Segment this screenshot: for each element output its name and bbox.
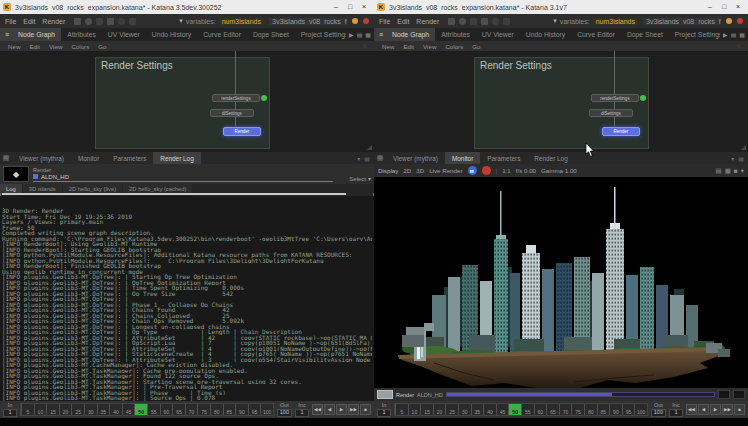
timeline-tick-50[interactable]: 50 [508, 404, 521, 415]
hamburger-icon[interactable]: ≡ [0, 28, 12, 41]
pin-icon[interactable]: ▾ [357, 155, 360, 162]
view-3d-button[interactable]: 3D [416, 167, 424, 174]
menu-edit[interactable]: Edit [23, 18, 35, 25]
panel-tab-monitor[interactable]: Monitor [71, 152, 106, 164]
view-flag-led[interactable] [640, 95, 646, 101]
zoom-level[interactable]: 1:1 [502, 167, 511, 174]
session-file-field[interactable]: 3v3islands_v08_rocks_fil [269, 18, 347, 25]
render-pass-dropdown[interactable]: ALDN_HD [33, 174, 333, 182]
timeline-ruler[interactable]: 5101520253035404550556065707580859095100 [20, 403, 274, 416]
timeline-tick-60[interactable]: 60 [160, 404, 173, 415]
tab-undo-history[interactable]: Undo History [520, 28, 571, 41]
maximize-button[interactable]: □ [717, 1, 731, 13]
gear-icon[interactable] [85, 18, 92, 25]
panel-tab-render-log[interactable]: Render Log [153, 152, 200, 164]
timeline-tick-55[interactable]: 55 [147, 404, 160, 415]
panel-tab-monitor[interactable]: Monitor [445, 152, 480, 164]
hamburger-icon[interactable]: ≡ [374, 28, 386, 41]
node-rendersettings[interactable]: renderSettings [591, 94, 639, 102]
panel-split-icon[interactable]: ▤ [357, 31, 363, 38]
panel-tab-viewer-mythra[interactable]: Viewer (mythra) [12, 152, 71, 164]
select-tool-icon[interactable] [448, 18, 455, 25]
minimize-button[interactable]: – [703, 1, 717, 13]
tab-uv-viewer[interactable]: UV Viewer [476, 28, 520, 41]
timeline-tick-25[interactable]: 25 [71, 404, 84, 415]
search-icon[interactable]: ○ [736, 43, 740, 49]
render-icon[interactable] [492, 18, 499, 25]
monitor-menu-icon[interactable]: ▾ [741, 167, 744, 175]
step-forward-button[interactable]: ▶▶ [722, 404, 733, 415]
tab-dope-sheet[interactable]: Dope Sheet [621, 28, 669, 41]
catalog-thumbnail[interactable] [377, 390, 393, 399]
panel-menu-icon[interactable]: ▦ [365, 31, 371, 38]
timeline-tick-35[interactable]: 35 [471, 404, 484, 415]
live-render-button[interactable]: Live Render [429, 167, 462, 174]
timeline-tick-75[interactable]: 75 [197, 404, 210, 415]
inc-field[interactable]: 1 [669, 409, 683, 417]
timeline-tick-100[interactable]: 100 [634, 404, 647, 415]
title-bar[interactable]: K 3v3islands_v08_rocks_expansion.katana*… [0, 0, 374, 14]
timeline-tick-75[interactable]: 75 [571, 404, 584, 415]
catalog-item-name[interactable]: Render [396, 392, 414, 398]
search-tool-icon[interactable] [470, 18, 477, 25]
tab-curve-editor[interactable]: Curve Editor [197, 28, 247, 41]
timeline-tick-10[interactable]: 10 [408, 404, 421, 415]
canvas-resize-grip[interactable] [741, 145, 746, 150]
stop-render-icon[interactable] [482, 166, 491, 175]
timeline-tick-80[interactable]: 80 [584, 404, 597, 415]
view-flag-led[interactable] [261, 95, 267, 101]
timeline-tick-40[interactable]: 40 [483, 404, 496, 415]
title-bar[interactable]: K 3v3islands_v08_rocks_expansion.katana*… [374, 0, 748, 14]
nodegraph-canvas[interactable]: Render Settings renderSettings dlSetting… [374, 51, 748, 152]
tab-uv-viewer[interactable]: UV Viewer [102, 28, 146, 41]
stop-button[interactable]: ■ [360, 404, 371, 415]
minimize-button[interactable]: – [329, 1, 343, 13]
in-field[interactable]: 1 [377, 409, 391, 417]
timeline-tick-60[interactable]: 60 [534, 404, 547, 415]
session-file-field[interactable]: 3v3islands_v08_rocks_fil [643, 18, 721, 25]
render-thumbnail[interactable]: ◆ [3, 166, 29, 182]
panel-tab-parameters[interactable]: Parameters [480, 152, 527, 164]
close-button[interactable]: × [357, 1, 371, 13]
panel-tab-parameters[interactable]: Parameters [106, 152, 153, 164]
display-menu[interactable]: Display [378, 167, 398, 174]
menu-file[interactable]: File [379, 18, 390, 25]
tab-dope-sheet[interactable]: Dope Sheet [247, 28, 295, 41]
timeline-tick-55[interactable]: 55 [521, 404, 534, 415]
stop-button[interactable]: ■ [734, 404, 745, 415]
timeline-tick-100[interactable]: 100 [260, 404, 273, 415]
variables-value-dropdown[interactable]: num3islands [219, 18, 264, 25]
pin-icon[interactable]: ▾ [731, 155, 734, 162]
timeline-tick-95[interactable]: 95 [248, 404, 261, 415]
close-button[interactable]: × [731, 1, 745, 13]
node-render[interactable]: Render [223, 127, 261, 136]
timeline-tick-15[interactable]: 15 [420, 404, 433, 415]
backdrop-node[interactable]: Render Settings renderSettings dlSetting… [474, 57, 649, 149]
pause-render-icon[interactable] [503, 18, 510, 25]
timeline-tick-85[interactable]: 85 [597, 404, 610, 415]
timeline-tick-5[interactable]: 5 [395, 404, 408, 415]
log-tab-2d-hello-sky-live[interactable]: 2D hello_sky (live) [63, 184, 122, 193]
timeline-tick-25[interactable]: 25 [445, 404, 458, 415]
compare-icon[interactable]: ▦ [725, 167, 731, 175]
node-dlsettings[interactable]: dlSettings [210, 109, 254, 117]
timeline-ruler[interactable]: 5101520253035404550556065707580859095100 [394, 403, 648, 416]
menu-file[interactable]: File [5, 18, 16, 25]
caret-down-icon[interactable]: ▾ [179, 17, 183, 25]
step-forward-button[interactable]: ▶▶ [348, 404, 359, 415]
timeline-tick-20[interactable]: 20 [59, 404, 72, 415]
timeline-tick-65[interactable]: 65 [546, 404, 559, 415]
panel-grid-icon[interactable]: ▦ [0, 152, 12, 164]
gamma-value[interactable]: Gamma 1.00 [541, 167, 577, 174]
play-button[interactable]: ▶ [336, 404, 347, 415]
select-tool-icon[interactable] [74, 18, 81, 25]
log-tab-3d-islands[interactable]: 3D islands [23, 184, 62, 193]
in-field[interactable]: 1 [3, 409, 17, 417]
node-render[interactable]: Render [602, 127, 640, 136]
flag-icon[interactable] [107, 18, 114, 25]
timeline-tick-15[interactable]: 15 [46, 404, 59, 415]
search-icon[interactable]: ○ [362, 43, 366, 49]
menu-render[interactable]: Render [416, 18, 439, 25]
nodegraph-menu-view[interactable]: View [49, 43, 62, 50]
variables-value-dropdown[interactable]: num3islands [593, 18, 638, 25]
